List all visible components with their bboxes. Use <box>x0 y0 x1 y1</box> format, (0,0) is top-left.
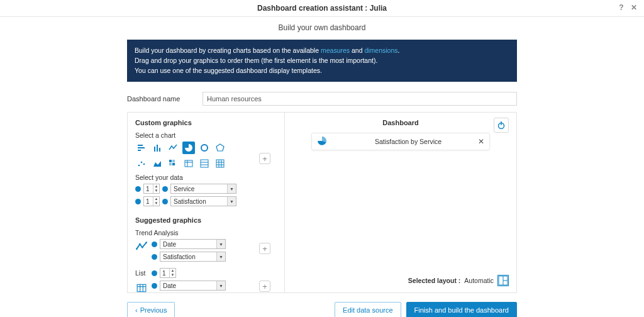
dimensions-link[interactable]: dimensions <box>364 47 397 54</box>
radio-icon[interactable] <box>135 186 141 192</box>
line-chart-icon <box>135 240 148 253</box>
help-icon[interactable]: ? <box>616 3 626 13</box>
svg-point-29 <box>145 242 147 244</box>
page-subtitle: Build your own dashboard <box>0 17 644 40</box>
chevron-down-icon: ▼ <box>227 184 236 193</box>
field-select[interactable]: Date▼ <box>160 281 226 291</box>
chevron-down-icon: ▼ <box>216 281 225 290</box>
power-icon[interactable] <box>494 118 509 133</box>
previous-button[interactable]: ‹ Previous <box>127 302 175 317</box>
pie-chart-icon <box>317 136 327 148</box>
finish-button[interactable]: Finish and build the dashboard <box>406 302 517 317</box>
svg-rect-15 <box>185 160 192 167</box>
window-title: Dashboard creation assistant : Julia <box>257 4 387 13</box>
count-input[interactable]: 1▲▼ <box>143 196 160 206</box>
svg-rect-12 <box>172 160 175 162</box>
radio-icon[interactable] <box>152 270 157 276</box>
dashboard-card[interactable]: Satisfaction by Service ✕ <box>311 133 490 150</box>
pivot-icon[interactable] <box>198 157 211 170</box>
field-select[interactable]: Date▼ <box>160 239 226 249</box>
suggested-list: Date▼ <box>135 281 277 294</box>
layout-footer: Selected layout : Automatic <box>408 275 509 286</box>
field-select[interactable]: Service▼ <box>170 184 236 194</box>
count-input[interactable]: 1▲▼ <box>143 184 160 194</box>
area-chart-icon[interactable] <box>151 157 164 170</box>
chevron-down-icon: ▼ <box>216 240 225 248</box>
table-icon[interactable] <box>182 157 195 170</box>
add-list-button[interactable]: + <box>259 281 270 292</box>
spin-down-icon[interactable]: ▼ <box>153 201 159 206</box>
svg-rect-1 <box>138 147 145 148</box>
svg-rect-30 <box>137 285 146 292</box>
svg-point-27 <box>139 243 141 245</box>
field-select[interactable]: Satisfaction▼ <box>160 252 226 262</box>
svg-rect-21 <box>216 160 224 167</box>
list-label: List <box>135 269 149 277</box>
main-panel: Custom graphics Select a chart <box>127 112 517 293</box>
radio-icon[interactable] <box>162 199 168 204</box>
scatter-chart-icon[interactable] <box>135 157 148 170</box>
svg-point-6 <box>201 145 208 151</box>
close-icon[interactable]: ✕ <box>478 137 484 146</box>
select-data-label: Select your data <box>135 174 277 181</box>
line-chart-icon[interactable] <box>167 142 179 154</box>
spin-up-icon[interactable]: ▲ <box>153 197 159 201</box>
svg-rect-11 <box>169 160 172 162</box>
dashboard-name-label: Dashboard name <box>127 95 190 103</box>
bar-vertical-icon[interactable] <box>151 142 164 154</box>
suggested-trend: Date▼ Satisfaction▼ <box>135 239 277 264</box>
count-input[interactable]: 1▲▼ <box>160 268 176 278</box>
spin-down-icon[interactable]: ▼ <box>153 189 159 193</box>
chevron-down-icon: ▼ <box>227 197 236 206</box>
radio-icon[interactable] <box>152 254 157 260</box>
radar-chart-icon[interactable] <box>214 142 226 154</box>
bar-horizontal-icon[interactable] <box>135 142 148 154</box>
dashboard-preview-title: Dashboard <box>292 119 509 126</box>
heatmap-icon[interactable] <box>167 157 179 170</box>
chart-type-grid <box>135 142 277 170</box>
svg-marker-7 <box>216 144 224 151</box>
svg-rect-14 <box>172 163 175 165</box>
svg-rect-3 <box>154 147 155 152</box>
measures-link[interactable]: measures <box>321 47 350 54</box>
radio-icon[interactable] <box>135 199 141 204</box>
svg-rect-0 <box>138 145 143 146</box>
chevron-down-icon: ▼ <box>216 252 225 261</box>
list-header-row: List 1▲▼ <box>135 268 277 278</box>
spin-down-icon[interactable]: ▼ <box>170 273 175 277</box>
edit-data-source-button[interactable]: Edit data source <box>335 302 401 317</box>
titlebar-actions: ? ✕ <box>616 3 639 13</box>
spin-up-icon[interactable]: ▲ <box>153 184 159 189</box>
layout-value: Automatic <box>464 277 494 284</box>
svg-point-26 <box>136 248 138 250</box>
chevron-left-icon: ‹ <box>135 306 138 314</box>
spin-up-icon[interactable]: ▲ <box>170 269 175 273</box>
right-column: Dashboard Satisfaction by Service ✕ Sele… <box>285 113 516 292</box>
info-panel: Build your dashboard by creating charts … <box>127 40 517 82</box>
radio-icon[interactable] <box>152 283 157 289</box>
suggested-graphics-title: Suggested graphics <box>135 216 277 224</box>
add-trend-button[interactable]: + <box>259 243 270 254</box>
info-line1a: Build your dashboard by creating charts … <box>135 47 321 54</box>
layout-icon[interactable] <box>497 275 509 286</box>
radio-icon[interactable] <box>152 242 157 247</box>
add-custom-button[interactable]: + <box>259 153 270 164</box>
svg-rect-18 <box>201 160 208 167</box>
dashboard-card-label: Satisfaction by Service <box>332 138 484 145</box>
svg-point-8 <box>138 165 140 167</box>
info-line2: Drag and drop your graphics to order the… <box>135 56 509 66</box>
window-titlebar: Dashboard creation assistant : Julia ? ✕ <box>0 0 644 17</box>
info-line1c: . <box>398 47 400 54</box>
select-chart-label: Select a chart <box>135 131 277 139</box>
trend-label: Trend Analysis <box>135 229 277 236</box>
left-column: Custom graphics Select a chart <box>128 113 285 292</box>
dashboard-name-input[interactable] <box>203 92 517 106</box>
data-row: 1▲▼ Service▼ <box>135 184 277 194</box>
field-select[interactable]: Satisfaction▼ <box>170 196 236 206</box>
svg-rect-5 <box>159 148 160 152</box>
donut-chart-icon[interactable] <box>198 142 211 154</box>
pie-chart-icon[interactable] <box>182 142 195 154</box>
close-icon[interactable]: ✕ <box>629 3 639 13</box>
grid-icon[interactable] <box>214 157 226 170</box>
radio-icon[interactable] <box>162 186 168 192</box>
